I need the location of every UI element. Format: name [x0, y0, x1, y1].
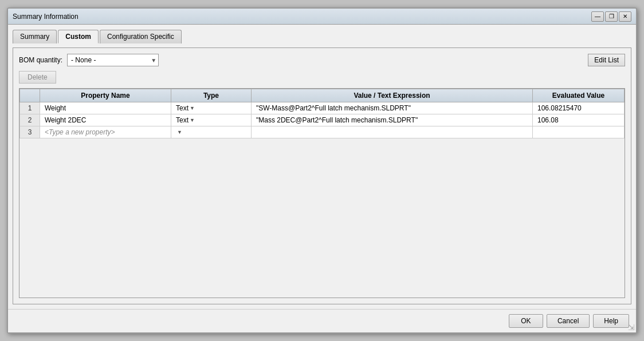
bom-select-wrapper: - None - ▼	[67, 54, 159, 66]
bom-quantity-label: BOM quantity:	[19, 56, 62, 64]
row-num-2: 2	[20, 114, 40, 126]
type-dropdown-arrow-1[interactable]: ▼	[190, 105, 195, 111]
type-value-2: Text	[176, 116, 189, 124]
properties-table-container: Property Name Type Value / Text Expressi…	[19, 88, 625, 298]
window-controls: — ❐ ✕	[591, 11, 631, 22]
dialog-content: Summary Custom Configuration Specific BO…	[8, 25, 636, 309]
delete-button[interactable]: Delete	[19, 71, 56, 84]
row-num-1: 1	[20, 102, 40, 114]
bom-quantity-row: BOM quantity: - None - ▼ Edit List	[19, 54, 625, 66]
row-num-3: 3	[20, 126, 40, 138]
tab-custom[interactable]: Custom	[58, 30, 99, 43]
col-header-type: Type	[171, 89, 251, 102]
bom-quantity-select[interactable]: - None -	[67, 54, 159, 66]
dialog-buttons: OK Cancel Help	[8, 309, 636, 332]
tab-bar: Summary Custom Configuration Specific	[13, 29, 631, 43]
col-header-evaluated-value: Evaluated Value	[533, 89, 625, 102]
help-button[interactable]: Help	[593, 314, 629, 328]
type-cell-1: Text ▼	[171, 102, 251, 114]
dialog-title: Summary Information	[13, 13, 78, 21]
evaluated-value-3	[533, 126, 625, 138]
table-row: 1 Weight Text ▼ "SW-Mass@Part2^Full latc…	[20, 102, 625, 114]
summary-information-dialog: Summary Information — ❐ ✕ Summary	[7, 7, 637, 334]
ok-button[interactable]: OK	[509, 314, 543, 328]
property-name-1[interactable]: Weight	[40, 102, 171, 114]
tab-summary[interactable]: Summary	[13, 30, 57, 43]
close-button[interactable]: ✕	[619, 11, 631, 22]
property-name-2[interactable]: Weight 2DEC	[40, 114, 171, 126]
type-dropdown-arrow-3[interactable]: ▼	[177, 129, 182, 135]
tab-configuration-specific[interactable]: Configuration Specific	[100, 30, 182, 43]
value-expr-2[interactable]: "Mass 2DEC@Part2^Full latch mechanism.SL…	[251, 114, 532, 126]
properties-table: Property Name Type Value / Text Expressi…	[19, 89, 625, 138]
custom-tab-content: BOM quantity: - None - ▼ Edit List Delet…	[13, 47, 631, 304]
minimize-button[interactable]: —	[591, 11, 604, 22]
type-cell-3: ▼	[171, 126, 251, 138]
edit-list-button[interactable]: Edit List	[588, 54, 625, 66]
value-expr-3[interactable]	[251, 126, 532, 138]
evaluated-value-1: 106.08215470	[533, 102, 625, 114]
title-bar: Summary Information — ❐ ✕	[8, 9, 636, 25]
type-cell-2: Text ▼	[171, 114, 251, 126]
type-value-1: Text	[176, 104, 189, 112]
table-row: 2 Weight 2DEC Text ▼ "Mass 2DEC@Part2^Fu…	[20, 114, 625, 126]
restore-button[interactable]: ❐	[605, 11, 618, 22]
resize-handle-icon[interactable]: ⇲	[628, 323, 635, 331]
col-header-property-name: Property Name	[40, 89, 171, 102]
cancel-button[interactable]: Cancel	[547, 314, 590, 328]
property-name-3[interactable]: <Type a new property>	[40, 126, 171, 138]
table-row: 3 <Type a new property> ▼	[20, 126, 625, 138]
value-expr-1[interactable]: "SW-Mass@Part2^Full latch mechanism.SLDP…	[251, 102, 532, 114]
table-header-row: Property Name Type Value / Text Expressi…	[20, 89, 625, 102]
col-header-value-expr: Value / Text Expression	[251, 89, 532, 102]
evaluated-value-2: 106.08	[533, 114, 625, 126]
type-dropdown-arrow-2[interactable]: ▼	[190, 117, 195, 123]
toolbar-row: Delete	[19, 71, 625, 84]
col-header-num	[20, 89, 40, 102]
